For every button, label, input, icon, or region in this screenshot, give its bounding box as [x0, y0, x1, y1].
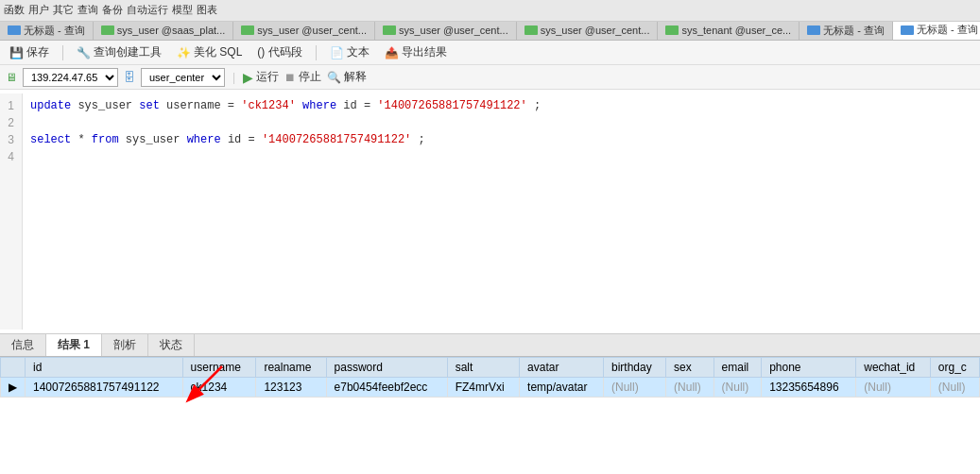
result-area[interactable]: id username realname password salt avata…: [0, 357, 980, 474]
tab-icon-6: [665, 25, 679, 35]
kw-where2: where: [187, 133, 221, 146]
toolbar-autorun[interactable]: 自动运行: [127, 3, 168, 17]
query-builder-button[interactable]: 🔧 查询创建工具: [73, 43, 165, 61]
col-wechat[interactable]: wechat_id: [856, 358, 931, 378]
table-row[interactable]: ▶14007265881757491122ck1234123123e7b0454…: [1, 378, 980, 398]
tab-untitled-1[interactable]: 无标题 - 查询: [0, 22, 94, 40]
cell-org_c: (Null): [930, 378, 979, 398]
line-numbers: 1 2 3 4: [0, 93, 23, 330]
tab-untitled-2[interactable]: 无标题 - 查询: [799, 22, 893, 40]
toolbar-chart[interactable]: 图表: [197, 3, 217, 17]
play-icon: ▶: [243, 70, 253, 85]
sql-editor[interactable]: 1 2 3 4 update sys_user set username = '…: [0, 90, 980, 334]
database-select[interactable]: user_center: [141, 68, 225, 87]
col-avatar[interactable]: avatar: [520, 358, 604, 378]
tab-label-2: sys_user @saas_plat...: [117, 25, 226, 36]
export-label: 导出结果: [402, 44, 447, 60]
tab-profile-label: 剖析: [113, 337, 136, 353]
sql-line-1: update sys_user set username = 'ck1234' …: [30, 97, 972, 114]
tab-sysuser-3[interactable]: sys_user @user_cent...: [375, 22, 517, 40]
col-password[interactable]: password: [326, 358, 447, 378]
sql-line-4: [30, 148, 972, 165]
save-button[interactable]: 💾 保存: [6, 43, 53, 61]
top-toolbar: 函数 用户 其它 查询 备份 自动运行 模型 图表: [0, 0, 980, 22]
tab-sysuser-2[interactable]: sys_user @user_cent...: [233, 22, 375, 40]
toolbar-query[interactable]: 查询: [77, 3, 98, 17]
sql-text[interactable]: update sys_user set username = 'ck1234' …: [23, 93, 980, 330]
connection-bar: 🖥 139.224.47.65 🗄 user_center | ▶ 运行 ⏹ 停…: [0, 65, 980, 90]
toolbar-other[interactable]: 其它: [53, 3, 74, 17]
cell-row-indicator: ▶: [1, 378, 26, 398]
tab-label-8: 无标题 - 查询: [917, 23, 978, 37]
sql-idval2: '14007265881757491122': [262, 133, 411, 146]
col-phone[interactable]: phone: [762, 358, 856, 378]
cell-birthday: (Null): [604, 378, 666, 398]
sql-star: *: [77, 133, 91, 146]
stop-icon: ⏹: [284, 71, 296, 84]
col-realname[interactable]: realname: [256, 358, 326, 378]
tab-icon-5: [524, 25, 538, 35]
beautify-icon: ✨: [177, 46, 191, 59]
col-indicator: [1, 358, 26, 378]
tab-sysuser-4[interactable]: sys_user @user_cent...: [517, 22, 659, 40]
col-salt[interactable]: salt: [447, 358, 519, 378]
export-button[interactable]: 📤 导出结果: [381, 43, 451, 61]
cell-avatar: temp/avatar: [520, 378, 604, 398]
col-orgc[interactable]: org_c: [930, 358, 979, 378]
col-birthday[interactable]: birthday: [604, 358, 666, 378]
sql-line-3: select * from sys_user where id = '14007…: [30, 131, 972, 148]
toolbar-backup[interactable]: 备份: [102, 3, 123, 17]
main-container: 函数 用户 其它 查询 备份 自动运行 模型 图表 无标题 - 查询 sys_u…: [0, 0, 980, 474]
toolbar-func[interactable]: 函数: [4, 3, 25, 17]
tab-profile[interactable]: 剖析: [102, 334, 148, 356]
tab-info-label: 信息: [11, 337, 34, 353]
bottom-panel: 信息 结果 1 剖析 状态 id username realname p: [0, 334, 980, 474]
tab-bar: 无标题 - 查询 sys_user @saas_plat... sys_user…: [0, 22, 980, 41]
code-icon: () 代码段: [257, 44, 301, 60]
run-button[interactable]: ▶ 运行: [243, 69, 279, 85]
tab-icon-7: [807, 25, 820, 35]
text-button[interactable]: 📄 文本: [326, 43, 373, 61]
query-builder-icon: 🔧: [77, 46, 91, 59]
tab-label-3: sys_user @user_cent...: [257, 25, 367, 36]
save-icon: 💾: [9, 46, 24, 59]
cell-id: 14007265881757491122: [26, 378, 183, 398]
tab-systenant[interactable]: sys_tenant @user_ce...: [658, 22, 799, 40]
col-username[interactable]: username: [182, 358, 256, 378]
sql-table2: sys_user: [126, 133, 187, 146]
tab-icon-4: [383, 25, 396, 35]
tab-label-4: sys_user @user_cent...: [399, 25, 508, 36]
tab-result1-label: 结果 1: [58, 337, 90, 353]
explain-button[interactable]: 🔍 解释: [327, 69, 367, 85]
sql-idval1: '14007265881757491122': [377, 99, 526, 112]
stop-button[interactable]: ⏹ 停止: [284, 69, 321, 85]
line-num-4: 4: [8, 148, 14, 165]
sql-id2: id =: [228, 133, 255, 146]
line-num-2: 2: [8, 114, 14, 131]
toolbar-user[interactable]: 用户: [28, 3, 49, 17]
col-id[interactable]: id: [26, 358, 183, 378]
sql-semi1: ;: [534, 99, 541, 112]
sql-col: username =: [166, 99, 241, 112]
server-icon: 🖥: [6, 71, 17, 84]
tab-result1[interactable]: 结果 1: [46, 334, 102, 356]
col-sex[interactable]: sex: [666, 358, 714, 378]
tab-status[interactable]: 状态: [148, 334, 195, 356]
tab-label-5: sys_user @user_cent...: [541, 25, 650, 36]
line-num-3: 3: [8, 131, 14, 148]
col-email[interactable]: email: [714, 358, 762, 378]
kw-set: set: [139, 99, 160, 112]
sql-semi2: ;: [419, 133, 425, 146]
ip-select[interactable]: 139.224.47.65: [23, 68, 118, 87]
tab-info[interactable]: 信息: [0, 334, 46, 356]
tab-label-6: sys_tenant @user_ce...: [681, 25, 791, 36]
cell-sex: (Null): [666, 378, 714, 398]
tab-untitled-3[interactable]: 无标题 - 查询: [893, 22, 980, 40]
beautify-button[interactable]: ✨ 美化 SQL: [173, 43, 246, 61]
save-label: 保存: [26, 44, 49, 60]
toolbar-model[interactable]: 模型: [172, 3, 193, 17]
line-num-1: 1: [8, 97, 14, 114]
tab-sysuser-1[interactable]: sys_user @saas_plat...: [94, 22, 234, 40]
code-block-button[interactable]: () 代码段: [253, 43, 305, 61]
db-icon: 🗄: [124, 71, 135, 84]
